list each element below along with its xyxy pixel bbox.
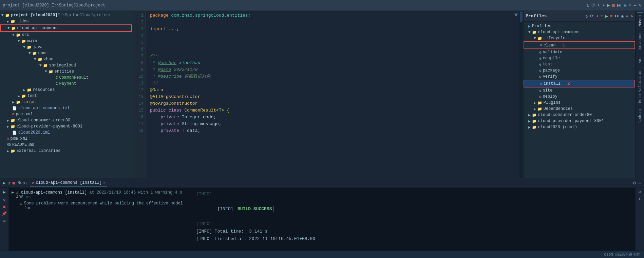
bottom-left-pin-icon[interactable]: 📌: [2, 211, 7, 216]
right-tab-ant[interactable]: Ant: [637, 54, 643, 66]
maven-icon[interactable]: m: [612, 3, 615, 8]
code-line-4: [150, 33, 515, 39]
right-tab-bean-validation[interactable]: Bean Validation: [637, 67, 643, 106]
refresh-icon[interactable]: ↻: [586, 2, 589, 8]
right-tab-database[interactable]: Database: [637, 30, 643, 53]
brt-wrap-icon[interactable]: ⇌: [638, 189, 641, 195]
maven-validate-row[interactable]: ⚙ validate: [524, 49, 635, 55]
bottom-left-expand-icon[interactable]: ⊞: [3, 218, 5, 223]
maven-site-row[interactable]: ⚙ site: [524, 87, 635, 94]
tree-item-comsumer[interactable]: ▶ 📁 cloud-comsumer-order80: [0, 117, 132, 123]
sync-icon[interactable]: ⟳: [591, 2, 595, 8]
tree-item-external[interactable]: ▶ 📁 External Libraries: [0, 148, 132, 154]
log-line-total-time: [INFO] Total time: 3.141 s: [196, 228, 631, 235]
tree-item-pom2[interactable]: m pom.xml: [0, 136, 132, 142]
settings-icon[interactable]: ✎: [639, 2, 641, 8]
tree-item-test[interactable]: ▶ 📁 test: [0, 93, 132, 99]
maven-compile-row[interactable]: ⚙ compile: [524, 55, 635, 61]
bottom-left-play-icon[interactable]: ▶: [3, 189, 5, 195]
tree-item-commonresult[interactable]: C CommonResult: [0, 75, 132, 81]
maven-skip-icon[interactable]: ⏭: [615, 14, 619, 19]
maven-sync-icon[interactable]: ⟳: [590, 14, 594, 19]
install-gear-icon: ⚙: [540, 81, 542, 86]
commonresult-icon: C: [56, 76, 58, 80]
maven-install-row[interactable]: ⚙ install 2: [524, 80, 635, 87]
maven-add-icon[interactable]: +: [601, 14, 603, 19]
tree-item-payment[interactable]: C Payment: [0, 81, 132, 87]
bottom-left-stop-icon[interactable]: ◼: [3, 204, 5, 209]
tree-item-main[interactable]: ▼ 📁 main: [0, 38, 132, 44]
maven-cloud2020-row[interactable]: ▶ 📁 cloud2020 (root): [524, 124, 635, 130]
right-tab-maven[interactable]: Maven: [637, 12, 643, 29]
readme-label: README.md: [12, 142, 34, 147]
run-warn-icon: ⚠: [20, 201, 22, 206]
payment-label: Payment: [59, 81, 76, 86]
maven-run-icon[interactable]: ▶: [605, 14, 608, 19]
bottom-minimize-icon[interactable]: —: [639, 180, 641, 186]
list-icon[interactable]: ≡: [629, 3, 631, 8]
maven-toolbar: Profiles ↻ ⟳ ⬇ + ▶ m ⏭ ◉ ≡ ✎: [524, 11, 635, 22]
maven-verify-row[interactable]: ⚙ verify: [524, 74, 635, 80]
bottom-tab-run[interactable]: m cloud-api-commons [install] ✕: [30, 180, 107, 186]
bottom-rerun-icon[interactable]: ↺: [7, 180, 10, 186]
cloud-api-maven-label: cloud-api-commons: [538, 30, 580, 35]
eye-icon[interactable]: 👁: [514, 12, 518, 18]
site-label: site: [543, 88, 553, 93]
run-icon[interactable]: ▶: [607, 2, 610, 8]
tree-item-src[interactable]: ▼ 📁 src: [0, 32, 132, 38]
tree-item-cloud2020-iml[interactable]: 📄 cloud2020.iml: [0, 130, 132, 136]
validate-label: validate: [543, 50, 563, 55]
maven-plugins-row[interactable]: ▶ 📁 Plugins: [524, 100, 635, 106]
run-tab-close-icon[interactable]: ✕: [103, 181, 105, 185]
maven-toggle-icon[interactable]: ◉: [621, 14, 624, 19]
tree-item-resources[interactable]: ▶ 📁 resources: [0, 87, 132, 93]
collapse-icon[interactable]: ⇤: [633, 2, 636, 8]
bottom-run-icon[interactable]: ▶: [3, 180, 5, 186]
maven-dependencies-row[interactable]: ▶ 📁 Dependencies: [524, 106, 635, 112]
tree-item-pom1[interactable]: m pom.xml: [0, 111, 132, 117]
tree-item-zhao[interactable]: ▼ 📁 zhao: [0, 56, 132, 62]
folder-arrow-icon: ▼: [1, 13, 4, 17]
status-right: CSDN @百思不得小赵: [604, 252, 640, 257]
maven-profiles-row[interactable]: ▶ Profiles: [524, 23, 635, 29]
maven-download-icon[interactable]: ⬇: [596, 14, 599, 19]
plugins-label: Plugins: [544, 100, 561, 105]
maven-clean-row[interactable]: ⚙ clean 1: [524, 41, 635, 49]
tree-item-readme[interactable]: MD README.md: [0, 142, 132, 148]
tree-item-iml[interactable]: 📄 cloud-api-commons.iml: [0, 105, 132, 111]
maven-settings-icon[interactable]: ✎: [630, 14, 633, 19]
skip-icon[interactable]: ⏭: [617, 3, 622, 8]
brt-scroll-icon[interactable]: ⬇: [638, 196, 641, 202]
download-icon[interactable]: ⬇: [598, 2, 600, 8]
maven-provider-row[interactable]: ▶ 📁 cloud-provider-payment-8001: [524, 118, 635, 124]
maven-lifecycle-row[interactable]: ▼ 📁 Lifecycle: [524, 35, 635, 41]
editor-scrollbar[interactable]: [519, 11, 523, 178]
maven-refresh-icon[interactable]: ↻: [585, 14, 588, 19]
bottom-stop-icon[interactable]: ◼: [12, 180, 15, 186]
tree-item-springcloud[interactable]: ▼ 📁 springcloud: [0, 62, 132, 68]
maven-deploy-row[interactable]: ⚙ deploy: [524, 94, 635, 100]
bottom-left-rerun-icon[interactable]: ↻: [3, 197, 5, 202]
build-success-text: BUILD SUCCESS: [236, 206, 273, 212]
bottom-settings-icon[interactable]: ⚙: [633, 180, 636, 186]
tree-item-idea[interactable]: ▶ 📁 .idea: [0, 18, 132, 24]
tree-item-provider[interactable]: ▶ 📁 cloud-provider-payment-8001: [0, 123, 132, 130]
maven-m-icon[interactable]: m: [610, 14, 613, 19]
maven-cloud-api-row[interactable]: ▼ 📁 cloud-api-commons: [524, 29, 635, 35]
tree-item-java[interactable]: ▼ 📁 java: [0, 44, 132, 50]
right-tab-codota[interactable]: Codota: [637, 106, 643, 125]
tree-item-target[interactable]: ▶ 📁 target: [0, 99, 132, 105]
maven-package-row[interactable]: ⚙ package: [524, 67, 635, 74]
maven-comsumer-row[interactable]: ▶ 📁 cloud-comsumer-order80: [524, 112, 635, 118]
provider-arrow-icon: ▶: [7, 124, 9, 129]
add-icon[interactable]: +: [602, 3, 605, 8]
tree-item-cloud-api-commons[interactable]: ▼ 📁 cloud-api-commons: [0, 24, 132, 32]
lifecycle-arrow-icon: ▼: [534, 36, 536, 40]
tree-item-entities[interactable]: ▼ 📁 entities: [0, 68, 132, 75]
maven-collapse-icon[interactable]: ≡: [626, 14, 628, 19]
tree-item-project[interactable]: ▼ 📁 project [cloud2020] E:\SpringCloud\p…: [0, 12, 132, 18]
toggle-icon[interactable]: ◉: [624, 2, 626, 8]
annotation-2-badge: 2: [567, 81, 570, 86]
maven-test-row[interactable]: ⚙ test: [524, 61, 635, 67]
tree-item-com[interactable]: ▼ 📁 com: [0, 50, 132, 56]
